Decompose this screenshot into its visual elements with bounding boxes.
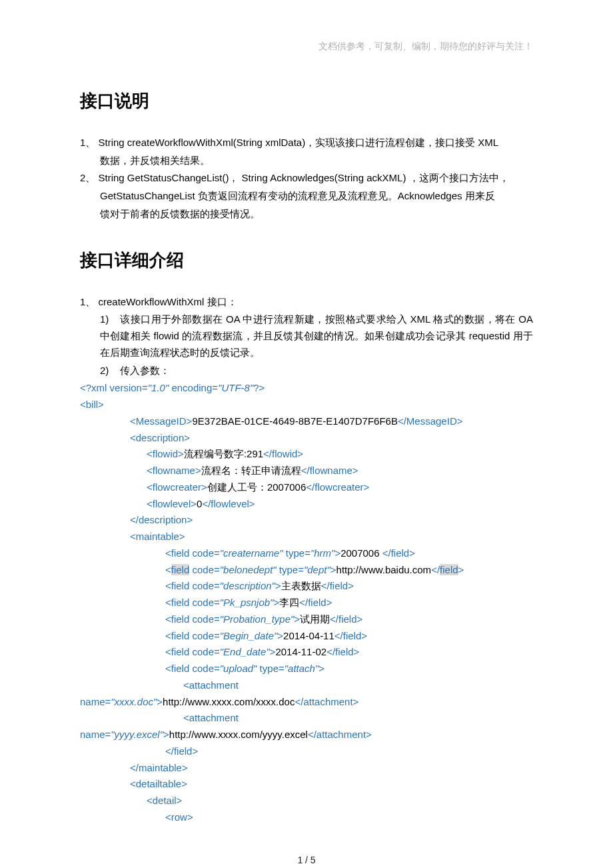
detail-item-1-2: 2)传入参数： [80,363,533,379]
list-item-2-line2: GetStatusChangeList 负责返回流程有变动的流程意见及流程意见。… [80,188,533,205]
xml-code-block: <?xml version="1.0" encoding="UTF-8"?> <… [80,380,533,825]
heading-interface-description: 接口说明 [80,87,533,116]
xml-field-upload-close: </field> [80,743,533,760]
xml-field-probation-type: <field code="Probation_type">试用期</field> [80,611,533,628]
detail-item-1-2-text: 传入参数： [120,365,170,376]
detail-item-1-1-text: 该接口用于外部数据在 OA 中进行流程新建，按照格式要求给入 XML 格式的数据… [100,313,533,358]
xml-field-belonedept: <field code="belonedept" type="dept">htt… [80,562,533,579]
page-number: 1 / 5 [80,853,533,868]
xml-field-end-date: <field code="End_date">2014-11-02</field… [80,644,533,661]
xml-field-description: <field code="description">主表数据</field> [80,578,533,595]
xml-declaration: <?xml version="1.0" encoding="UTF-8"?> [80,380,533,397]
heading-interface-detail: 接口详细介绍 [80,247,533,275]
xml-attachment-1-body: name="xxxx.doc">http://www.xxxx.com/xxxx… [80,694,533,711]
header-note: 文档供参考，可复制、编制，期待您的好评与关注！ [80,39,533,54]
xml-field-begin-date: <field code="Begin_date">2014-04-11</fie… [80,628,533,645]
list-item-2: 2、 String GetStatusChangeList()， String … [80,170,533,187]
xml-bill-open: <bill> [80,397,533,413]
document-page: 文档供参考，可复制、编制，期待您的好评与关注！ 接口说明 1、 String c… [0,0,613,868]
xml-flowcreater: <flowcreater>创建人工号：2007006</flowcreater> [80,479,533,496]
xml-flowlevel: <flowlevel>0</flowlevel> [80,496,533,513]
list-item-1: 1、 String createWorkflowWithXml(String x… [80,135,533,151]
xml-field-creatername: <field code="creatername" type="hrm">200… [80,545,533,562]
sub-number-1: 1) [100,311,120,328]
xml-attachment-2-open: <attachment [80,710,533,727]
xml-maintable-open: <maintable> [80,529,533,545]
detail-item-1: 1、 createWorkflowWithXml 接口： [80,294,533,311]
xml-attachment-2-body: name="yyyy.excel">http://www.xxxx.com/yy… [80,727,533,743]
xml-detail-open: <detail> [80,793,533,809]
detail-item-1-1: 1)该接口用于外部数据在 OA 中进行流程新建，按照格式要求给入 XML 格式的… [80,311,533,361]
xml-attachment-1-open: <attachment [80,677,533,694]
xml-description-close: </description> [80,512,533,529]
sub-number-2: 2) [100,363,120,379]
xml-flowid: <flowid>流程编号数字:291</flowid> [80,446,533,463]
xml-description-open: <description> [80,430,533,447]
list-item-1-cont: 数据，并反馈相关结果。 [80,153,533,169]
xml-messageid: <MessageID>9E372BAE-01CE-4649-8B7E-E1407… [80,413,533,430]
xml-field-upload-open: <field code="upload" type="attach"> [80,661,533,677]
list-item-2-line1: 2、 String GetStatusChangeList()， String … [80,172,509,183]
list-item-2-line3: 馈对于前者的反馈数据的接受情况。 [80,206,533,223]
list-item-1-line1: 1、 String createWorkflowWithXml(String x… [80,137,498,148]
xml-row-open: <row> [80,809,533,826]
xml-detailtable-open: <detailtable> [80,776,533,793]
xml-maintable-close: </maintable> [80,760,533,777]
xml-field-pk-psnjob: <field code="Pk_psnjob">李四</field> [80,595,533,611]
xml-flowname: <flowname>流程名：转正申请流程</flowname> [80,463,533,479]
